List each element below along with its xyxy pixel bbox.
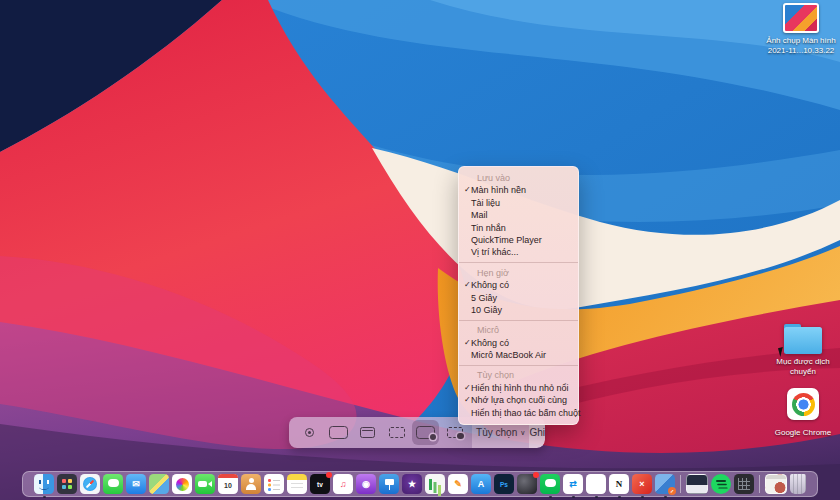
moved-items-folder-icon[interactable] (784, 324, 822, 354)
music-glyph: ♫ (340, 479, 347, 489)
menu-item-label: 5 Giây (471, 292, 497, 304)
open-app-indicator (572, 496, 575, 499)
safari-dock-icon[interactable] (80, 474, 100, 494)
capture-selected-window-button[interactable] (354, 420, 381, 445)
menu-item-label: Tin nhắn (471, 222, 506, 234)
check-icon: ✓ (459, 184, 471, 196)
calendar-glyph: 10 (224, 482, 232, 489)
window-icon (360, 427, 375, 438)
menu-item-label: Màn hình nền (471, 184, 526, 196)
finder-dock-icon[interactable] (34, 474, 54, 494)
menu-item[interactable]: ✓Không có (459, 337, 578, 349)
calendar-dock-icon[interactable]: 10 (218, 474, 238, 494)
menu-item-label: Không có (471, 337, 509, 349)
menu-section-header: Lưu vào (459, 172, 578, 184)
menu-item[interactable]: Micrô MacBook Air (459, 349, 578, 361)
dashed-selection-icon (389, 427, 405, 438)
open-app-indicator (618, 496, 621, 499)
menu-section-header: Micrô (459, 324, 578, 336)
menu-item[interactable]: 10 Giây (459, 304, 578, 316)
open-app-indicator (664, 496, 667, 499)
menu-item[interactable]: QuickTime Player (459, 234, 578, 246)
line-dock-icon[interactable] (540, 474, 560, 494)
notes-dock-icon[interactable] (287, 474, 307, 494)
menu-item[interactable]: ✓Nhớ lựa chọn cuối cùng (459, 394, 578, 406)
app-store-dock-icon[interactable]: A (471, 474, 491, 494)
menu-item-label: Không có (471, 279, 509, 291)
apple-tv-dock-icon[interactable]: tv (310, 474, 330, 494)
chrome-icon (787, 388, 819, 420)
mail-dock-icon[interactable]: ✉ (126, 474, 146, 494)
podcasts-dock-icon[interactable]: ◉ (356, 474, 376, 494)
chevron-down-icon: ∨ (520, 429, 525, 437)
options-menu: Lưu vào✓Màn hình nềnTài liệuMailTin nhắn… (458, 166, 579, 425)
capture-selected-portion-button[interactable] (383, 420, 410, 445)
menu-item-label: Hiển thị thao tác bấm chuột (471, 407, 581, 419)
launchpad-dock-icon[interactable] (57, 474, 77, 494)
red-pinwheel-app-dock-icon[interactable]: × (632, 474, 652, 494)
photoshop-glyph: Ps (500, 481, 508, 488)
pages-dock-icon[interactable]: ✎ (448, 474, 468, 494)
dock-separator (680, 475, 681, 493)
open-app-indicator (43, 496, 46, 499)
menu-item[interactable]: Hiển thị thao tác bấm chuột (459, 407, 578, 419)
screen-record-icon (416, 426, 435, 439)
record-indicator-icon (296, 420, 323, 445)
menu-item-label: Hiển thị hình thu nhỏ nổi (471, 382, 569, 394)
menu-item[interactable]: Tài liệu (459, 197, 578, 209)
chrome-dock-icon[interactable] (586, 474, 606, 494)
open-app-indicator (595, 496, 598, 499)
screenshot-thumbnail (783, 3, 819, 33)
numbers-dock-icon[interactable] (425, 474, 445, 494)
garageband-dock-icon[interactable] (517, 474, 537, 494)
messages-dock-icon[interactable] (103, 474, 123, 494)
check-icon: ✓ (459, 394, 471, 406)
record-entire-screen-button[interactable] (412, 420, 439, 445)
menu-item-label: Vị trí khác... (471, 246, 519, 258)
menu-item-label: QuickTime Player (471, 234, 542, 246)
imovie-dock-icon[interactable]: ★ (402, 474, 422, 494)
reminders-dock-icon[interactable] (264, 474, 284, 494)
minimized-window-light-dock-icon[interactable] (765, 474, 787, 494)
notion-glyph: N (616, 479, 623, 489)
menu-item[interactable]: ✓Hiển thị hình thu nhỏ nổi (459, 382, 578, 394)
red-pinwheel-app-glyph: × (639, 479, 644, 489)
music-dock-icon[interactable]: ♫ (333, 474, 353, 494)
menu-item-label: Micrô MacBook Air (471, 349, 546, 361)
calculator-dock-icon[interactable] (734, 474, 754, 494)
screenshot-file-label: Ảnh chụp Màn hình 2021-11...10.33.22 (756, 36, 840, 56)
menu-item[interactable]: Vị trí khác... (459, 246, 578, 258)
toolbar-capture-buttons (289, 417, 472, 448)
screenshot-file-icon[interactable] (783, 3, 819, 33)
menu-item[interactable]: ✓Màn hình nền (459, 184, 578, 196)
minimized-window-dark-dock-icon[interactable] (686, 474, 708, 494)
menu-item[interactable]: 5 Giây (459, 292, 578, 304)
photos-dock-icon[interactable] (172, 474, 192, 494)
imovie-glyph: ★ (408, 479, 416, 489)
photoshop-dock-icon[interactable]: Ps (494, 474, 514, 494)
moved-items-folder-label: Mục được dịch chuyển (758, 357, 840, 377)
facetime-dock-icon[interactable] (195, 474, 215, 494)
check-icon: ✓ (459, 337, 471, 349)
chrome-shortcut-icon[interactable] (787, 388, 819, 420)
screen-icon (329, 426, 348, 439)
contacts-dock-icon[interactable] (241, 474, 261, 494)
keynote-dock-icon[interactable] (379, 474, 399, 494)
capture-entire-screen-button[interactable] (325, 420, 352, 445)
menu-item[interactable]: ✓Không có (459, 279, 578, 291)
notion-dock-icon[interactable]: N (609, 474, 629, 494)
trash-dock-icon[interactable] (790, 474, 806, 494)
notification-badge (533, 472, 539, 478)
menu-item[interactable]: Mail (459, 209, 578, 221)
menu-section-header: Hẹn giờ (459, 267, 578, 279)
menu-separator (459, 365, 578, 366)
dock: ✉10tv♫◉★✎APs⇄N× (22, 471, 818, 497)
maps-dock-icon[interactable] (149, 474, 169, 494)
check-icon: ✓ (459, 382, 471, 394)
blue-utility-app-dock-icon[interactable] (655, 474, 675, 494)
menu-item[interactable]: Tin nhắn (459, 222, 578, 234)
teamviewer-dock-icon[interactable]: ⇄ (563, 474, 583, 494)
spotify-dock-icon[interactable] (711, 474, 731, 494)
check-icon: ✓ (459, 279, 471, 291)
pages-glyph: ✎ (454, 479, 462, 489)
